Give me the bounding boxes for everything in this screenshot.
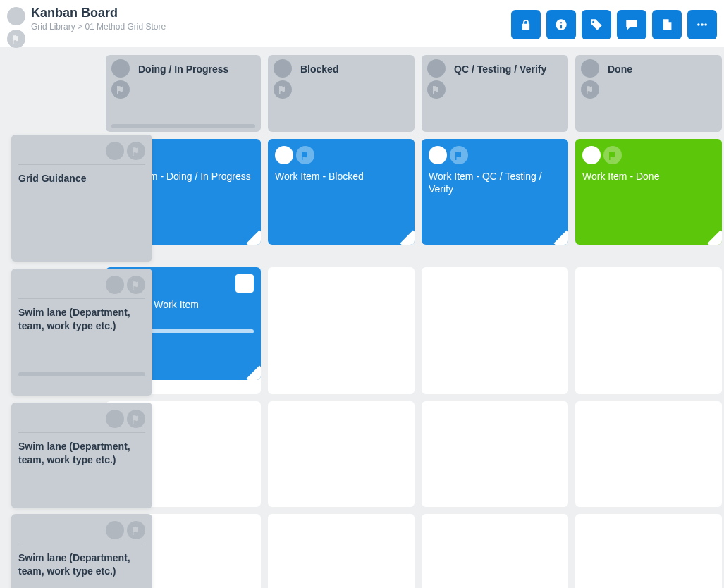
cell[interactable]: Work Item - Done <box>575 139 722 245</box>
flag-icon <box>127 276 145 294</box>
card-badge <box>235 274 254 293</box>
flag-icon <box>427 80 446 99</box>
title-block: Kanban Board Grid Library > 01 Method Gr… <box>31 6 511 32</box>
breadcrumb-root[interactable]: Grid Library <box>31 22 75 32</box>
flag-icon <box>127 410 145 428</box>
cell[interactable] <box>575 401 722 507</box>
cell[interactable]: Work Item - QC / Testing / Verify <box>422 139 568 245</box>
export-button[interactable] <box>652 10 682 39</box>
cell[interactable] <box>422 267 568 394</box>
header-left-icons <box>7 7 25 48</box>
tag-button[interactable] <box>582 10 611 39</box>
flag-icon[interactable] <box>7 30 25 48</box>
avatar-icon <box>106 410 124 428</box>
swimlane-card[interactable]: Swim lane (Department, team, work type e… <box>11 403 152 508</box>
app-header: Kanban Board Grid Library > 01 Method Gr… <box>0 0 724 47</box>
flag-icon <box>581 80 599 99</box>
avatar-icon <box>429 146 447 164</box>
swimlane-card-guidance[interactable]: Grid Guidance <box>11 135 152 262</box>
progress-bar <box>18 372 145 376</box>
cell[interactable] <box>268 514 415 588</box>
avatar-icon <box>581 59 599 78</box>
avatar-icon[interactable] <box>7 7 25 25</box>
card-blocked[interactable]: Work Item - Blocked <box>268 139 415 245</box>
avatar-icon <box>106 142 124 160</box>
board: Doing / In Progress Blocked QC / Testing… <box>0 47 724 588</box>
board-row <box>106 514 722 588</box>
avatar-icon <box>275 146 293 164</box>
swimlane-card[interactable]: Swim lane (Department, team, work type e… <box>11 269 152 396</box>
page-title: Kanban Board <box>31 6 511 20</box>
more-button[interactable] <box>687 10 717 39</box>
lock-button[interactable] <box>511 10 541 39</box>
flag-icon <box>274 80 292 99</box>
breadcrumb[interactable]: Grid Library > 01 Method Grid Store <box>31 22 511 32</box>
column-header-done[interactable]: Done <box>575 55 722 132</box>
column-headers-row: Doing / In Progress Blocked QC / Testing… <box>106 55 722 132</box>
avatar-icon <box>582 146 601 164</box>
card-qc[interactable]: Work Item - QC / Testing / Verify <box>422 139 568 245</box>
breadcrumb-current[interactable]: 01 Method Grid Store <box>85 22 166 32</box>
comment-button[interactable] <box>617 10 646 39</box>
swimlane-card[interactable]: Swim lane (Department, team, work type e… <box>11 514 152 588</box>
board-row: Work Item - Doing / In Progress Work Ite… <box>106 139 722 245</box>
cell[interactable] <box>268 267 415 394</box>
progress-bar <box>111 124 255 128</box>
avatar-icon <box>106 521 124 539</box>
board-row: Example Work Item <box>106 267 722 394</box>
flag-icon <box>450 146 468 164</box>
flag-icon <box>111 80 130 99</box>
avatar-icon <box>111 59 130 78</box>
toolbar <box>511 10 717 39</box>
avatar-icon <box>274 59 292 78</box>
column-header-blocked[interactable]: Blocked <box>268 55 415 132</box>
flag-icon <box>603 146 622 164</box>
cell[interactable] <box>422 514 568 588</box>
flag-icon <box>127 521 145 539</box>
column-header-qc[interactable]: QC / Testing / Verify <box>422 55 568 132</box>
avatar-icon <box>427 59 446 78</box>
info-button[interactable] <box>546 10 576 39</box>
cell[interactable] <box>575 267 722 394</box>
cell[interactable] <box>575 514 722 588</box>
column-header-doing[interactable]: Doing / In Progress <box>106 55 261 132</box>
card-done[interactable]: Work Item - Done <box>575 139 722 245</box>
flag-icon <box>296 146 314 164</box>
cell[interactable] <box>268 401 415 507</box>
board-row <box>106 401 722 507</box>
flag-icon <box>127 142 145 160</box>
avatar-icon <box>106 276 124 294</box>
cell[interactable] <box>422 401 568 507</box>
cell[interactable]: Work Item - Blocked <box>268 139 415 245</box>
